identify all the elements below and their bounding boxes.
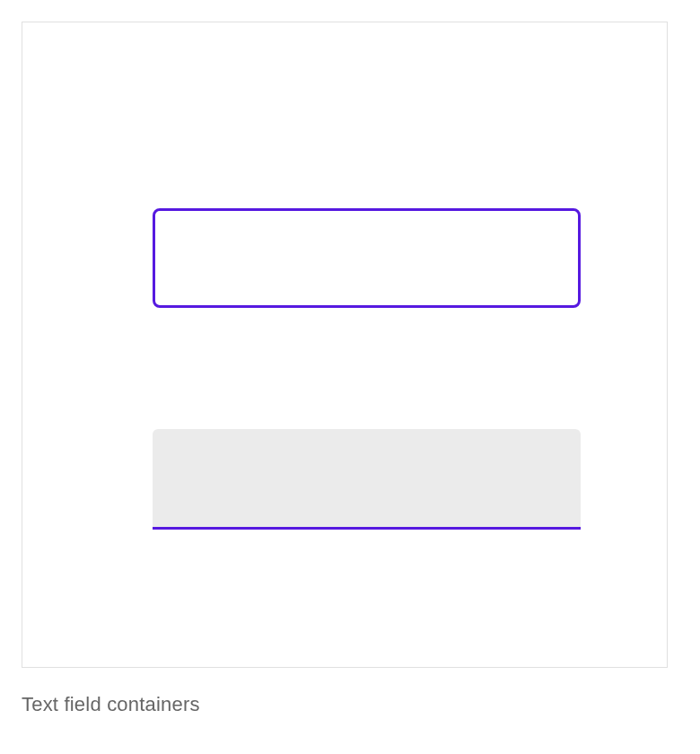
outlined-text-field-container[interactable] — [153, 208, 581, 308]
figure-frame — [22, 22, 668, 668]
filled-text-field-container[interactable] — [153, 429, 581, 530]
figure-caption: Text field containers — [22, 693, 678, 716]
